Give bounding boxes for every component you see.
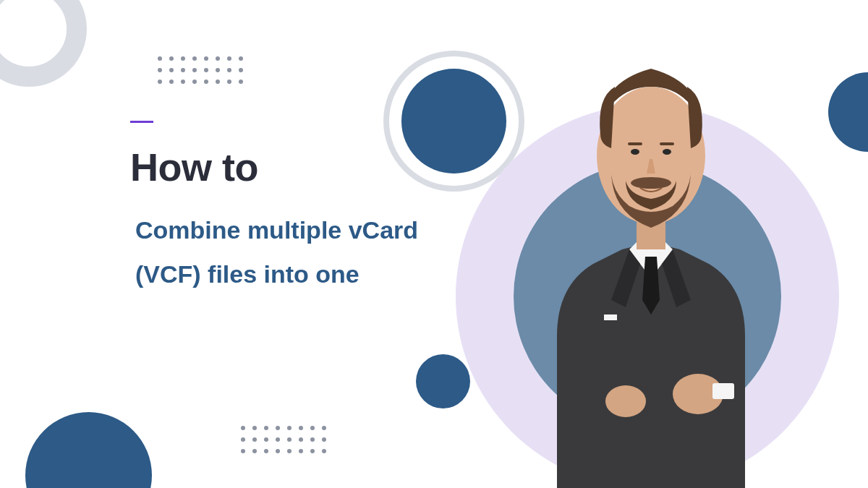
decorative-circle-small (416, 354, 470, 408)
decorative-dots-bottom (241, 426, 326, 453)
subheading-line-2: (VCF) files into one (135, 252, 418, 296)
svg-point-1 (605, 385, 646, 417)
svg-rect-10 (604, 314, 617, 320)
svg-rect-9 (660, 142, 674, 145)
page-subheading: Combine multiple vCard (VCF) files into … (135, 208, 418, 296)
svg-point-7 (663, 149, 671, 155)
accent-line (130, 121, 153, 123)
decorative-circle-bottomleft (25, 412, 152, 488)
decorative-dots-top (158, 56, 243, 84)
svg-point-5 (631, 177, 671, 189)
decorative-circle-right (828, 72, 868, 152)
decorative-ring-topleft (0, 0, 87, 87)
svg-rect-2 (712, 383, 734, 399)
subheading-line-1: Combine multiple vCard (135, 208, 418, 252)
svg-rect-8 (628, 142, 642, 145)
svg-point-6 (631, 149, 639, 155)
person-illustration (485, 25, 817, 488)
page-heading: How to (130, 145, 258, 189)
